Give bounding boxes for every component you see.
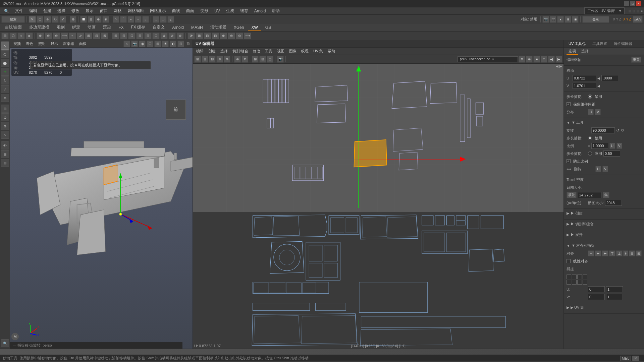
rp-tab-attreditor[interactable]: 属性编辑器	[612, 41, 634, 47]
tb-icon17[interactable]: ⊞	[136, 33, 144, 39]
rp-unfold-title[interactable]: ▶ ▶ 展开	[567, 232, 641, 238]
vp-menu-renderer[interactable]: 渲染器	[61, 41, 76, 47]
workspace-selector[interactable]: 工作区: UV 编辑* ▼	[584, 7, 625, 14]
uv-menu-modify[interactable]: 修改	[251, 48, 262, 54]
rp-rotate-cw[interactable]: ↻	[621, 128, 624, 133]
rp-snap-cell-12[interactable]	[577, 280, 582, 285]
snap2[interactable]: ⊞	[88, 16, 94, 23]
rp-align-center-v[interactable]: ⊥	[616, 250, 623, 256]
uv-tb-settings4[interactable]: □	[541, 56, 547, 63]
menu-item-display[interactable]: 显示	[83, 7, 96, 14]
playback-btn[interactable]: ⏵	[557, 16, 564, 23]
tab-custom[interactable]: 自定义	[149, 24, 168, 32]
rp-step-radio-off[interactable]	[588, 95, 592, 99]
menu-item-mesh[interactable]: 网格	[111, 7, 124, 14]
menu-item-generate[interactable]: 生成	[223, 7, 237, 14]
uv-tb10[interactable]: ⊡	[267, 56, 273, 63]
rp-snap-cell-11[interactable]	[572, 280, 577, 285]
rp-u-dot-input[interactable]	[601, 75, 618, 81]
tb-icon9[interactable]: ⌁	[69, 33, 76, 39]
menu-item-create[interactable]: 创建	[41, 7, 54, 14]
tb-icon5[interactable]: ⊕	[37, 33, 44, 39]
tb-icon2[interactable]: ⬡	[9, 33, 17, 39]
menu-item-file[interactable]: 文件	[12, 7, 26, 14]
uv-tb3[interactable]: ⊡	[209, 56, 216, 63]
rp-align-right[interactable]: ⊢	[602, 250, 608, 256]
uv-tb4[interactable]: ⊕	[216, 56, 223, 63]
rotate-icon[interactable]: ↻	[1, 76, 9, 84]
uv-tb-settings2[interactable]: ⊗	[526, 56, 533, 63]
menu-item-help[interactable]: 帮助	[269, 7, 282, 14]
uv-tb1[interactable]: ⊞	[194, 56, 201, 63]
view-cube[interactable]: 前	[166, 100, 186, 120]
vp-menu-lighting[interactable]: 照明	[36, 41, 48, 47]
vp-light-icon[interactable]: ☀	[162, 41, 169, 47]
select-tool[interactable]: ↖	[29, 16, 36, 23]
menu-item-modify[interactable]: 修改	[69, 7, 82, 14]
menu-item-cache[interactable]: 缓存	[237, 7, 251, 14]
scale-icon[interactable]: ⤢	[1, 85, 9, 93]
maximize-button[interactable]: □	[630, 1, 635, 6]
rp-rotate-ccw[interactable]: ↺	[616, 128, 620, 133]
rp-align-dist-v[interactable]: ⊞	[636, 250, 642, 256]
menu-item-window[interactable]: 窗口	[97, 7, 110, 14]
rp-snap-cell-03[interactable]	[583, 275, 587, 279]
curve5[interactable]: ⌂	[142, 16, 149, 23]
rp-texel-size-input[interactable]	[605, 200, 622, 206]
tb-icon26[interactable]: ⊡	[212, 33, 219, 39]
search-icon[interactable]: 🔍	[1, 339, 9, 347]
uv-tb-nav-right[interactable]: ▶	[555, 56, 562, 63]
tb-icon14[interactable]: ⊞	[112, 33, 119, 39]
stop-btn[interactable]: ⏹	[572, 16, 579, 23]
rp-align-center-h[interactable]: ⊢	[595, 250, 601, 256]
uv-menu-edit[interactable]: 编辑	[194, 48, 206, 54]
rp-rotate-input[interactable]	[591, 127, 615, 133]
uv-tb-nav-left[interactable]: ◀	[548, 56, 555, 63]
tb-icon27[interactable]: ⊕	[220, 33, 227, 39]
rp-texel-get-btn[interactable]: 获取	[567, 192, 577, 198]
uv-menu-tools[interactable]: 工具	[263, 48, 274, 54]
tb-icon12[interactable]: ⊟	[93, 33, 100, 39]
pruv-btn[interactable]: prUV	[633, 16, 643, 23]
menu-item-meshdisp[interactable]: 网格显示	[147, 7, 169, 14]
tb-icon6[interactable]: ⊗	[45, 33, 52, 39]
tb-icon15[interactable]: ⊟	[120, 33, 127, 39]
uv-menu-image[interactable]: 图像	[287, 48, 299, 54]
vp-home-icon[interactable]: ⌂	[123, 41, 130, 47]
vp-menu-show[interactable]: 显示	[49, 41, 60, 47]
rp-align-top[interactable]: ⊤	[609, 250, 615, 256]
curve2[interactable]: ⌒	[120, 16, 127, 23]
tab-gs[interactable]: GS	[262, 24, 274, 31]
soft-icon[interactable]: ⊙	[1, 113, 9, 121]
rp-scale-step-num[interactable]	[603, 150, 620, 157]
3d-scene[interactable]: 选: 顶: 3892 3892 边: 7504 7504	[10, 48, 193, 349]
tab-mash[interactable]: MASH	[188, 24, 206, 31]
tb-icon18[interactable]: ⊟	[144, 33, 152, 39]
tab-xgen[interactable]: XGen	[230, 24, 248, 31]
rp-align-dist-h[interactable]: ⊟	[629, 250, 635, 256]
rp-snap-cell-10[interactable]	[567, 280, 571, 285]
sym-btn[interactable]: ⊂	[153, 16, 159, 23]
viewport-3d-content[interactable]: 选: 顶: 3892 3892 边: 7504 7504	[10, 48, 193, 349]
tab-render[interactable]: 渲染	[100, 24, 114, 32]
rp-lock-checkbox[interactable]	[567, 159, 571, 163]
layout-icon2[interactable]: ⊞	[1, 150, 9, 158]
tab-rigging[interactable]: 绑定	[69, 24, 84, 32]
vp-cam-icon[interactable]: 📷	[131, 41, 138, 47]
uv-tb-settings1[interactable]: ⊕	[519, 56, 525, 63]
mel-label[interactable]: MEL	[620, 356, 631, 361]
rp-snap-cell-01[interactable]	[572, 275, 577, 279]
snap3[interactable]: ⊕	[95, 16, 102, 23]
curve4[interactable]: ⌢	[135, 16, 142, 23]
menu-item-curves[interactable]: 曲线	[169, 7, 183, 14]
rp-texel-unit-btn[interactable]: 集	[603, 192, 609, 198]
move-icon[interactable]: ✛	[1, 68, 9, 76]
lasso-icon[interactable]: ⬡	[1, 50, 9, 58]
sculpt-icon[interactable]: ⊗	[1, 122, 9, 130]
move-tool[interactable]: ✛	[44, 16, 51, 23]
uv-viewport[interactable]: U: 0.872 V: 1.07 [1440×1] [0.159] [0.159…	[193, 64, 564, 349]
curve-btn[interactable]: 〜	[113, 16, 119, 23]
uv-menu-texture[interactable]: 纹理	[299, 48, 311, 54]
rp-texel-input[interactable]	[578, 192, 601, 198]
rp-cut-title[interactable]: ▶ ▶ 切割和缝合	[567, 221, 641, 227]
